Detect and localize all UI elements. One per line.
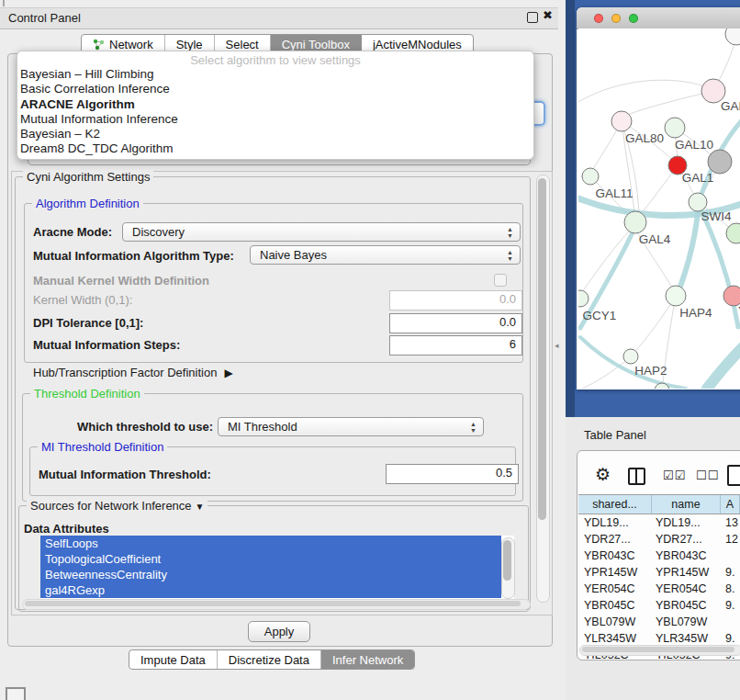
sources-group-label[interactable]: Sources for Network Inference▼ [27,499,207,514]
table-cell: YBL079W [652,614,721,630]
algorithm-option[interactable]: Basic Correlation Inference [17,82,533,96]
table-cell: 13 [721,514,740,531]
network-node-swi4[interactable] [689,193,707,211]
tab-discretize-data[interactable]: Discretize Data [218,650,321,669]
algorithm-option[interactable]: Bayesian – K2 [17,127,533,141]
control-panel-titlebar [0,7,558,29]
settings-scrollbar[interactable] [536,175,550,603]
algorithm-select-popup: Select algorithm to view settings Bayesi… [17,51,534,160]
network-node-hap4[interactable] [666,286,686,306]
network-node-gal4[interactable] [624,211,646,233]
table-cell: YBL079W [578,614,652,630]
table-column-header[interactable]: A [721,495,740,514]
table-row[interactable]: YBR043CYBR043C [578,548,740,564]
table-hscrollbar[interactable] [579,645,740,656]
table-cell: YDR27... [652,531,721,548]
kernel-width-label: Kernel Width (0,1): [33,293,132,307]
table-row[interactable]: YPR145WYPR145W9. [578,564,740,581]
algorithm-option[interactable]: Bayesian – Hill Climbing [17,67,533,82]
close-panel-icon[interactable]: ✖ [543,8,553,22]
network-node-gal80[interactable] [611,111,632,131]
network-node-label: GAL1 [682,171,714,185]
select-all-checks-icon[interactable]: ☑☑ [663,469,686,482]
algorithm-option[interactable]: Mutual Information Inference [17,112,533,127]
mi-steps-label: Mutual Information Steps: [33,338,180,352]
attributes-hscrollbar[interactable] [22,599,531,610]
table-cell [721,614,740,630]
table-row[interactable]: YER054CYER054C8. [578,581,740,597]
table-column-header[interactable]: shared... [578,495,652,514]
network-node-y[interactable] [723,286,740,306]
network-node-label: SWI4 [701,209,731,223]
table-header-row: shared...nameA [578,494,740,514]
table-row[interactable]: YDR27...YDR27...12 [578,531,740,548]
algorithm-option[interactable]: Dream8 DC_TDC Algorithm [17,141,533,156]
table-row[interactable]: YBL079WYBL079W [578,614,740,630]
close-traffic-light-icon[interactable] [594,14,603,23]
table-cell [721,548,740,564]
deselect-all-checks-icon[interactable]: ☐☐ [696,469,719,482]
data-attribute-item[interactable]: gal4RGexp [40,582,501,598]
dpi-tolerance-label: DPI Tolerance [0,1]: [33,316,143,330]
float-panel-icon[interactable] [527,12,538,23]
dpi-tolerance-field[interactable]: 0.0 [389,313,522,333]
table-row[interactable]: YDL19...YDL19...13 [578,514,740,531]
data-attribute-item[interactable]: SelfLoops [40,536,501,551]
kernel-width-field[interactable]: 0.0 [389,290,522,310]
mi-threshold-field[interactable]: 0.5 [386,464,519,484]
network-node[interactable] [708,150,732,174]
network-window-titlebar[interactable] [577,7,740,29]
tab-label: Discretize Data [229,653,309,667]
zoom-traffic-light-icon[interactable] [629,14,638,23]
mi-type-combo[interactable]: Naive Bayes ▲▼ [250,245,521,265]
hub-definition-expander[interactable]: Hub/Transcription Factor Definition▶ [33,366,233,379]
columns-icon[interactable] [628,468,645,485]
table-row[interactable]: YBR045CYBR045C9. [578,597,740,614]
document-icon[interactable] [727,465,740,486]
mi-steps-field[interactable]: 6 [389,335,522,356]
algorithm-option[interactable]: ARACNE Algorithm [17,97,533,112]
window-edge-artifact [3,0,5,6]
network-node[interactable] [725,28,740,45]
algorithm-definition-label: Algorithm Definition [32,197,143,210]
tab-infer-network[interactable]: Infer Network [321,650,414,669]
threshold-definition-label: Threshold Definition [30,387,144,401]
table-cell: 8. [721,581,740,597]
tab-label: jActiveMNodules [373,38,462,51]
expander-down-icon: ▼ [196,500,205,514]
network-node-gal10[interactable] [665,118,685,138]
table-column-header[interactable]: name [652,495,721,514]
popup-header: Select algorithm to view settings [17,51,533,67]
aracne-mode-combo[interactable]: Discovery ▲▼ [122,222,521,242]
cyni-bottom-tabs: Impute DataDiscretize DataInfer Network [129,649,415,670]
tab-label: Cyni Toolbox [282,38,350,51]
which-threshold-combo[interactable]: MI Threshold ▲▼ [218,417,484,436]
algorithm-list: Bayesian – Hill ClimbingBasic Correlatio… [17,67,533,157]
data-attribute-item[interactable]: TopologicalCoefficient [40,551,501,567]
table-cell: YER054C [578,581,652,597]
corner-grip-icon [6,687,26,700]
expander-right-icon: ▶ [224,367,232,379]
minimize-traffic-light-icon[interactable] [611,14,621,23]
data-attribute-item[interactable]: BetweennessCentrality [40,567,501,582]
panel-collapse-handle[interactable]: ◂ [555,341,559,350]
table-cell: YDL19... [652,514,721,531]
cyni-algorithm-settings-label: Cyni Algorithm Settings [23,170,153,184]
tab-label: Select [226,38,259,51]
network-node-hap2[interactable] [623,349,638,364]
table-cell: 9. [721,564,740,581]
manual-kernel-checkbox[interactable] [494,274,507,287]
attributes-list-scrollbar[interactable] [501,537,515,599]
network-edge [578,80,704,102]
data-attributes-list: SelfLoopsTopologicalCoefficientBetweenne… [40,536,514,599]
tab-impute-data[interactable]: Impute Data [129,650,218,669]
table-cell: YBR045C [578,597,652,614]
gear-icon[interactable]: ⚙ [595,464,611,485]
data-attributes-label: Data Attributes [24,522,109,536]
network-canvas[interactable]: GALGAL80GAL10GAL1GAL11GAL4SWI4GCY1HAP4YH… [578,28,740,389]
spinner-icon: ▲▼ [470,421,477,434]
apply-button[interactable]: Apply [248,621,310,642]
network-node-gal11[interactable] [582,168,599,185]
network-node-gcy1[interactable] [578,290,589,307]
tab-label: Infer Network [332,653,403,667]
